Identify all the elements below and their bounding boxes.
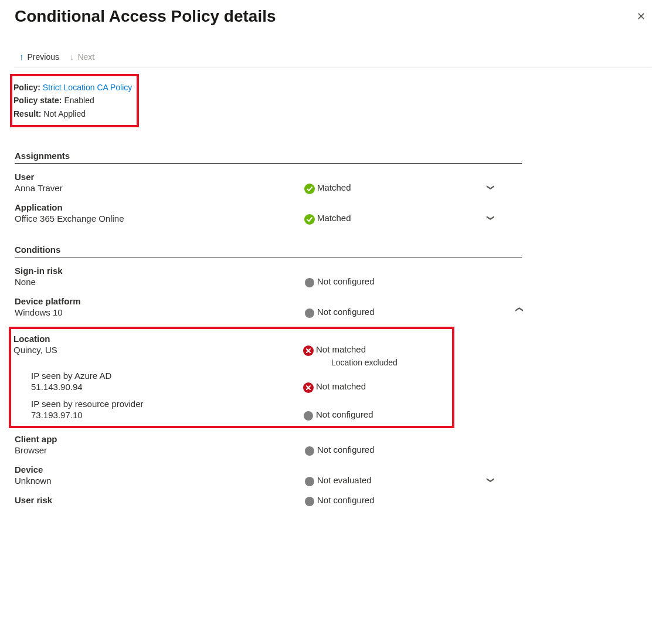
client-app-status: Not configured xyxy=(317,434,481,455)
location-value: Quincy, US xyxy=(13,345,295,355)
conditions-header: Conditions xyxy=(15,245,522,257)
next-label: Next xyxy=(77,52,94,62)
signin-risk-status: Not configured xyxy=(317,266,481,286)
policy-state-label: Policy state: xyxy=(13,96,62,105)
policy-link[interactable]: Strict Location CA Policy xyxy=(43,83,132,92)
user-status: Matched xyxy=(317,172,481,192)
chevron-down-icon[interactable]: ❯ xyxy=(487,460,500,483)
signin-risk-value: None xyxy=(15,277,296,287)
location-label: Location xyxy=(13,334,295,344)
result-label: Result: xyxy=(13,109,41,118)
client-app-value: Browser xyxy=(15,445,296,455)
device-platform-label: Device platform xyxy=(15,296,296,306)
gray-circle-icon xyxy=(304,277,315,288)
result-value: Not Applied xyxy=(43,109,86,118)
gray-circle-icon xyxy=(304,476,315,487)
application-status: Matched xyxy=(317,202,481,223)
ip-azure-label: IP seen by Azure AD xyxy=(31,371,301,381)
previous-button[interactable]: ↑ Previous xyxy=(19,52,59,62)
user-risk-label: User risk xyxy=(15,495,296,505)
arrow-down-icon: ↓ xyxy=(70,52,74,62)
application-label: Application xyxy=(15,202,296,212)
chevron-down-icon[interactable]: ❯ xyxy=(487,198,500,221)
ip-resource-value: 73.193.97.10 xyxy=(31,410,301,420)
user-label: User xyxy=(15,172,296,182)
gray-circle-icon xyxy=(303,411,314,421)
application-value: Office 365 Exchange Online xyxy=(15,213,296,223)
previous-label: Previous xyxy=(28,52,59,62)
user-risk-status: Not configured xyxy=(317,495,481,505)
success-icon xyxy=(304,214,315,225)
success-icon xyxy=(304,184,315,194)
location-highlight: Location Quincy, US Not matched Location… xyxy=(9,327,454,428)
chevron-down-icon[interactable]: ❯ xyxy=(487,167,500,191)
location-note: Location excluded xyxy=(331,358,448,367)
next-button: ↓ Next xyxy=(70,52,94,62)
policy-label: Policy: xyxy=(13,83,40,92)
policy-summary: Policy: Strict Location CA Policy Policy… xyxy=(10,74,139,127)
nav-row: ↑ Previous ↓ Next xyxy=(15,48,651,68)
ip-resource-status: Not configured xyxy=(316,399,448,421)
page-title: Conditional Access Policy details xyxy=(15,7,276,26)
device-value: Unknown xyxy=(15,476,296,486)
assignments-header: Assignments xyxy=(15,151,522,164)
device-platform-status: Not configured xyxy=(317,296,481,317)
signin-risk-label: Sign-in risk xyxy=(15,266,296,276)
ip-azure-value: 51.143.90.94 xyxy=(31,382,301,392)
gray-circle-icon xyxy=(304,308,315,318)
device-platform-value: Windows 10 xyxy=(15,307,296,317)
error-icon xyxy=(303,345,314,356)
chevron-up-icon[interactable]: ❯ xyxy=(514,306,523,313)
close-icon[interactable]: ✕ xyxy=(631,8,651,25)
location-status: Not matched xyxy=(316,344,448,354)
user-value: Anna Traver xyxy=(15,183,296,193)
device-label: Device xyxy=(15,465,296,474)
policy-state-value: Enabled xyxy=(64,96,94,105)
arrow-up-icon: ↑ xyxy=(19,52,24,62)
ip-azure-status: Not matched xyxy=(316,371,448,393)
device-status: Not evaluated xyxy=(317,465,481,485)
gray-circle-icon xyxy=(304,496,315,507)
ip-resource-label: IP seen by resource provider xyxy=(31,399,301,409)
gray-circle-icon xyxy=(304,446,315,456)
client-app-label: Client app xyxy=(15,434,296,444)
error-icon xyxy=(303,382,314,393)
